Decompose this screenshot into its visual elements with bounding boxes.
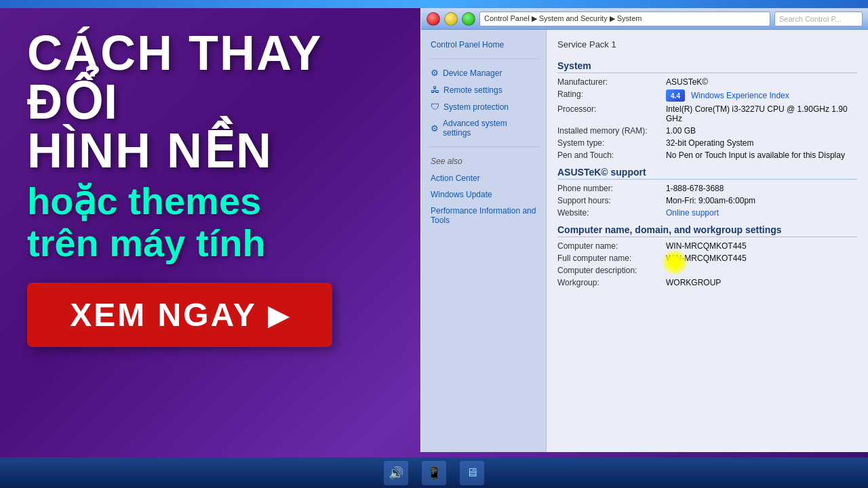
windows-experience-label: Windows Experience Index bbox=[691, 91, 789, 100]
taskbar: 🔊 📱 🖥 bbox=[0, 458, 868, 488]
window-content: Control Panel Home ⚙ Device Manager 🖧 Re… bbox=[421, 30, 868, 452]
sidebar-item-action-center[interactable]: Action Center bbox=[421, 170, 546, 186]
processor-row: Processor: Intel(R) Core(TM) i3-3227U CP… bbox=[557, 104, 857, 123]
sidebar-item-remote-settings[interactable]: 🖧 Remote settings bbox=[421, 81, 546, 98]
system-protection-icon: 🛡 bbox=[431, 102, 439, 112]
full-computer-name-row: Full computer name: WIN-MRCQMKOT445 bbox=[557, 253, 857, 263]
top-strip bbox=[0, 0, 868, 8]
advanced-settings-icon: ⚙ bbox=[431, 123, 439, 134]
system-protection-label: System protection bbox=[443, 102, 509, 112]
sidebar-item-performance[interactable]: Performance Information and Tools bbox=[421, 203, 546, 228]
support-hours-value: Mon-Fri: 9:00am-6:00pm bbox=[666, 196, 857, 205]
ram-value: 1.00 GB bbox=[666, 126, 857, 136]
windows-experience-link[interactable]: 4.4 Windows Experience Index bbox=[666, 89, 857, 102]
subtitle-line1: hoặc themes bbox=[27, 180, 407, 222]
device-manager-label: Device Manager bbox=[443, 68, 502, 78]
support-hours-label: Support hours: bbox=[557, 196, 666, 205]
manufacturer-value: ASUSTeK© bbox=[666, 77, 857, 87]
website-row: Website: Online support bbox=[557, 208, 857, 218]
service-pack: Service Pack 1 bbox=[557, 39, 857, 49]
taskbar-icon-1[interactable]: 🔊 bbox=[384, 461, 408, 485]
address-bar[interactable]: Control Panel ▶ System and Security ▶ Sy… bbox=[479, 12, 770, 26]
pen-touch-row: Pen and Touch: No Pen or Touch Input is … bbox=[557, 150, 857, 160]
workgroup-value: WORKGROUP bbox=[666, 278, 857, 287]
website-label: Website: bbox=[557, 208, 666, 218]
computer-name-label: Computer name: bbox=[557, 241, 666, 251]
remote-settings-icon: 🖧 bbox=[431, 85, 439, 95]
system-type-label: System type: bbox=[557, 138, 666, 148]
pen-touch-value: No Pen or Touch Input is available for t… bbox=[666, 150, 857, 160]
pen-touch-label: Pen and Touch: bbox=[557, 150, 666, 160]
main-content: Service Pack 1 System Manufacturer: ASUS… bbox=[547, 30, 868, 452]
sidebar-item-control-panel-home[interactable]: Control Panel Home bbox=[421, 37, 546, 53]
support-hours-row: Support hours: Mon-Fri: 9:00am-6:00pm bbox=[557, 196, 857, 205]
manufacturer-row: Manufacturer: ASUSTeK© bbox=[557, 77, 857, 87]
maximize-button[interactable] bbox=[462, 12, 475, 26]
system-type-row: System type: 32-bit Operating System bbox=[557, 138, 857, 148]
search-bar[interactable]: Search Control P... bbox=[774, 12, 863, 26]
cta-button[interactable]: XEM NGAY ▶ bbox=[27, 283, 332, 347]
remote-settings-label: Remote settings bbox=[443, 85, 502, 95]
title-line2: HÌNH NỀN bbox=[27, 126, 407, 175]
left-panel: CÁCH THAY ĐỔI HÌNH NỀN hoặc themes trên … bbox=[0, 8, 434, 455]
full-computer-name-label: Full computer name: bbox=[557, 253, 666, 263]
computer-description-label: Computer description: bbox=[557, 266, 666, 275]
cta-button-label: XEM NGAY bbox=[70, 296, 257, 333]
sidebar-item-device-manager[interactable]: ⚙ Device Manager bbox=[421, 64, 546, 81]
sidebar: Control Panel Home ⚙ Device Manager 🖧 Re… bbox=[421, 30, 547, 452]
support-section-title: ASUSTeK© support bbox=[557, 167, 857, 180]
search-placeholder: Search Control P... bbox=[779, 15, 842, 23]
taskbar-icon-3[interactable]: 🖥 bbox=[460, 461, 484, 485]
phone-label: Phone number: bbox=[557, 184, 666, 193]
minimize-button[interactable] bbox=[444, 12, 458, 26]
computer-description-row: Computer description: bbox=[557, 266, 857, 275]
close-button[interactable] bbox=[427, 12, 440, 26]
phone-value: 1-888-678-3688 bbox=[666, 184, 857, 193]
workgroup-row: Workgroup: WORKGROUP bbox=[557, 278, 857, 287]
device-manager-icon: ⚙ bbox=[431, 68, 439, 78]
sidebar-item-advanced-settings[interactable]: ⚙ Advanced system settings bbox=[421, 115, 546, 141]
manufacturer-label: Manufacturer: bbox=[557, 77, 666, 87]
computer-description-value bbox=[666, 266, 857, 275]
rating-row: Rating: 4.4 Windows Experience Index bbox=[557, 89, 857, 102]
computer-name-value: WIN-MRCQMKOT445 bbox=[666, 241, 857, 251]
cta-arrow-icon: ▶ bbox=[268, 298, 290, 331]
rating-label: Rating: bbox=[557, 89, 666, 102]
title-line1: CÁCH THAY ĐỔI bbox=[27, 28, 407, 126]
system-section-title: System bbox=[557, 60, 857, 73]
advanced-settings-label: Advanced system settings bbox=[443, 119, 536, 138]
control-panel-home-label: Control Panel Home bbox=[431, 40, 504, 49]
ram-row: Installed memory (RAM): 1.00 GB bbox=[557, 126, 857, 136]
ram-label: Installed memory (RAM): bbox=[557, 126, 666, 136]
sidebar-divider-1 bbox=[428, 58, 539, 59]
processor-label: Processor: bbox=[557, 104, 666, 123]
taskbar-icon-2[interactable]: 📱 bbox=[422, 461, 446, 485]
breadcrumb-text: Control Panel ▶ System and Security ▶ Sy… bbox=[484, 14, 642, 23]
full-computer-name-value: WIN-MRCQMKOT445 bbox=[666, 253, 857, 263]
action-center-label: Action Center bbox=[431, 174, 480, 183]
computer-name-row: Computer name: WIN-MRCQMKOT445 bbox=[557, 241, 857, 251]
sidebar-item-system-protection[interactable]: 🛡 System protection bbox=[421, 98, 546, 115]
wi-badge: 4.4 bbox=[666, 89, 685, 102]
windows-update-label: Windows Update bbox=[431, 190, 492, 199]
sidebar-item-windows-update[interactable]: Windows Update bbox=[421, 186, 546, 203]
performance-label: Performance Information and Tools bbox=[431, 206, 536, 225]
windows-panel: Control Panel ▶ System and Security ▶ Sy… bbox=[420, 8, 868, 452]
system-type-value: 32-bit Operating System bbox=[666, 138, 857, 148]
phone-row: Phone number: 1-888-678-3688 bbox=[557, 184, 857, 193]
workgroup-label: Workgroup: bbox=[557, 278, 666, 287]
online-support-link[interactable]: Online support bbox=[666, 208, 857, 218]
window-titlebar: Control Panel ▶ System and Security ▶ Sy… bbox=[421, 8, 868, 30]
subtitle-line2: trên máy tính bbox=[27, 222, 407, 264]
computer-section-title: Computer name, domain, and workgroup set… bbox=[557, 224, 857, 237]
sidebar-divider-2 bbox=[428, 146, 539, 147]
see-also-label: See also bbox=[421, 152, 546, 170]
processor-value: Intel(R) Core(TM) i3-3227U CPU @ 1.90GHz… bbox=[666, 104, 857, 123]
